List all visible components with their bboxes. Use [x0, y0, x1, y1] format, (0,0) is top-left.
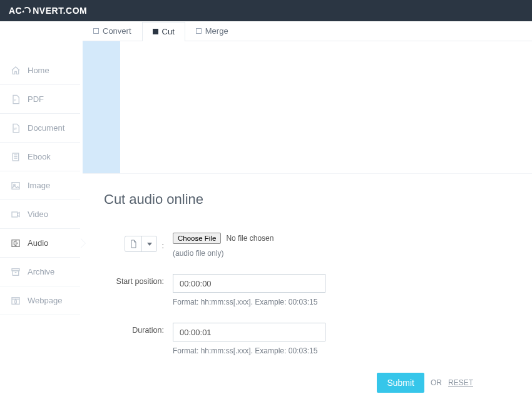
- site-logo[interactable]: AC NVERT.COM: [9, 6, 87, 16]
- image-icon: [9, 181, 23, 191]
- duration-format-hint: Format: hh:mm:ss[.xxx]. Example: 00:03:1…: [173, 346, 436, 355]
- tab-row: Convert Cut Merge: [83, 21, 532, 41]
- video-icon: [9, 210, 23, 220]
- tab-cut[interactable]: Cut: [142, 22, 185, 41]
- file-label-cell: :: [104, 233, 173, 258]
- webpage-icon: [9, 296, 23, 306]
- svg-text:W: W: [14, 127, 18, 131]
- content: Cut audio online : Choose File No file c…: [83, 174, 532, 404]
- file-icon: [125, 240, 141, 248]
- actions-row: Submit OR RESET: [104, 365, 511, 393]
- reset-link[interactable]: RESET: [448, 378, 473, 387]
- file-source-dropdown[interactable]: [141, 236, 156, 251]
- svg-text:P: P: [14, 98, 16, 102]
- start-position-input[interactable]: [173, 274, 325, 293]
- tab-label: Convert: [103, 26, 131, 36]
- sidebar: Home P PDF W Document Ebook Image: [0, 21, 80, 404]
- sidebar-item-label: Ebook: [28, 152, 51, 161]
- start-label: Start position:: [104, 274, 173, 306]
- ebook-icon: [9, 152, 23, 162]
- duration-label: Duration:: [104, 323, 173, 355]
- file-hint: (audio file only): [173, 249, 436, 258]
- choose-file-button[interactable]: Choose File: [173, 233, 221, 244]
- tab-convert[interactable]: Convert: [83, 21, 142, 41]
- submit-button[interactable]: Submit: [377, 373, 424, 393]
- sidebar-item-label: Audio: [28, 238, 48, 248]
- sidebar-item-webpage[interactable]: Webpage: [0, 286, 80, 315]
- square-icon: [153, 29, 158, 34]
- svg-rect-3: [12, 182, 19, 189]
- archive-icon: [9, 267, 23, 277]
- row-start: Start position: Format: hh:mm:ss[.xxx]. …: [104, 274, 511, 306]
- tab-label: Cut: [162, 27, 175, 36]
- file-source-selector[interactable]: [125, 236, 157, 252]
- row-duration: Duration: Format: hh:mm:ss[.xxx]. Exampl…: [104, 323, 511, 355]
- sidebar-item-archive[interactable]: Archive: [0, 258, 80, 286]
- row-file: : Choose File No file chosen (audio file…: [104, 233, 511, 258]
- sidebar-item-image[interactable]: Image: [0, 171, 80, 200]
- sidebar-item-audio[interactable]: Audio: [0, 229, 80, 258]
- main: Convert Cut Merge Cut audio online: [80, 21, 532, 404]
- ad-right-space: [120, 41, 532, 174]
- audio-icon: [9, 238, 23, 248]
- tab-merge[interactable]: Merge: [185, 21, 239, 41]
- svg-rect-8: [13, 271, 18, 275]
- sidebar-item-label: Image: [28, 181, 50, 190]
- sidebar-item-label: Archive: [28, 267, 54, 276]
- tab-label: Merge: [205, 26, 228, 36]
- ad-left-strip: [83, 41, 120, 174]
- sidebar-item-ebook[interactable]: Ebook: [0, 143, 80, 171]
- sidebar-item-label: PDF: [28, 94, 44, 104]
- square-icon: [93, 28, 99, 34]
- sidebar-item-label: Document: [28, 123, 64, 133]
- pdf-icon: P: [9, 94, 23, 104]
- sidebar-item-home[interactable]: Home: [0, 56, 80, 85]
- header: AC NVERT.COM: [0, 0, 532, 21]
- duration-input[interactable]: [173, 323, 325, 341]
- page-title: Cut audio online: [104, 191, 511, 208]
- sidebar-item-video[interactable]: Video: [0, 200, 80, 229]
- sidebar-item-label: Home: [28, 66, 49, 75]
- refresh-icon: [23, 6, 31, 15]
- or-text: OR: [431, 378, 442, 387]
- ad-region: [83, 41, 532, 174]
- sidebar-item-label: Video: [28, 210, 48, 219]
- sidebar-item-pdf[interactable]: P PDF: [0, 85, 80, 114]
- start-format-hint: Format: hh:mm:ss[.xxx]. Example: 00:03:1…: [173, 298, 436, 306]
- sidebar-item-document[interactable]: W Document: [0, 114, 80, 143]
- document-icon: W: [9, 123, 23, 133]
- home-icon: [9, 66, 23, 76]
- no-file-text: No file chosen: [226, 234, 274, 243]
- svg-rect-5: [12, 212, 18, 217]
- sidebar-item-label: Webpage: [28, 296, 62, 305]
- logo-text-pre: AC: [9, 6, 22, 16]
- logo-text-post: NVERT.COM: [33, 6, 87, 16]
- chevron-down-icon: [147, 243, 152, 246]
- square-icon: [196, 28, 202, 34]
